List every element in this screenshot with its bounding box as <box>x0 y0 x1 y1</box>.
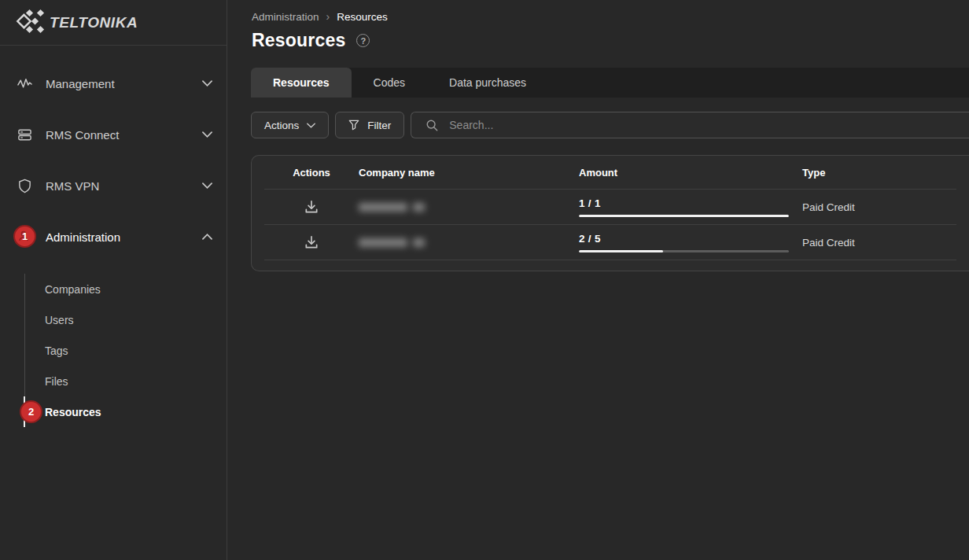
redaction-blur <box>359 238 407 247</box>
amount-cell: 1 / 1 <box>579 197 802 217</box>
sidebar-item-label: RMS VPN <box>46 179 202 193</box>
badge-count: 2 <box>28 406 34 418</box>
chevron-down-icon <box>202 131 212 138</box>
sidebar-item-label: Management <box>46 77 202 90</box>
sidebar: TELTONIKA Management <box>0 0 227 560</box>
shield-icon <box>17 179 32 193</box>
chevron-down-icon <box>202 182 212 189</box>
chevron-up-icon <box>202 234 212 240</box>
sub-item-label: Files <box>45 375 68 388</box>
sidebar-item-files[interactable]: Files <box>0 366 227 396</box>
column-header-type: Type <box>802 167 956 179</box>
redaction-blur <box>413 203 425 212</box>
type-value: Paid Credit <box>802 201 956 213</box>
page-title: Resources <box>252 30 345 51</box>
redaction-blur <box>359 203 407 212</box>
toolbar: Actions Filter <box>251 112 969 138</box>
tab-bar: Resources Codes Data purchases <box>251 68 969 98</box>
server-icon <box>17 127 32 142</box>
amount-value: 1 / 1 <box>579 197 789 209</box>
amount-progress-track <box>579 250 789 252</box>
table-row: 1 / 1 Paid Credit <box>264 190 956 225</box>
breadcrumb-current: Resources <box>337 11 388 23</box>
sidebar-item-tags[interactable]: Tags <box>0 335 227 366</box>
sidebar-item-management[interactable]: Management <box>0 69 227 98</box>
column-header-company-name: Company name <box>359 167 579 179</box>
search-box <box>411 112 969 138</box>
sidebar-item-users[interactable]: Users <box>0 304 227 335</box>
sidebar-item-resources[interactable]: 2 Resources <box>0 396 227 427</box>
company-name-redacted <box>359 203 579 212</box>
sidebar-item-companies[interactable]: Companies <box>0 274 227 304</box>
redaction-blur <box>413 238 425 247</box>
breadcrumb: Administration › Resources <box>252 10 969 23</box>
sidebar-nav: Management RMS Connect <box>0 46 227 427</box>
breadcrumb-separator-icon: › <box>326 10 330 23</box>
sidebar-item-administration[interactable]: 1 Administration <box>0 223 227 251</box>
sidebar-item-rms-connect[interactable]: RMS Connect <box>0 120 227 149</box>
app-window: TELTONIKA Management <box>0 0 969 560</box>
brand-logo[interactable]: TELTONIKA <box>0 0 227 46</box>
notification-badge: 2 <box>20 400 42 423</box>
activity-icon <box>17 76 32 91</box>
chevron-down-icon <box>202 80 212 87</box>
amount-cell: 2 / 5 <box>579 233 802 252</box>
column-header-actions: Actions <box>264 167 359 179</box>
table-row: 2 / 5 Paid Credit <box>264 225 956 260</box>
amount-progress-fill <box>579 250 663 252</box>
notification-badge: 1 <box>13 225 36 248</box>
amount-progress-fill <box>579 215 789 217</box>
administration-submenu: Companies Users Tags Files 2 Resources <box>0 274 227 427</box>
column-header-amount: Amount <box>579 167 802 179</box>
download-icon[interactable] <box>304 234 319 250</box>
sub-item-label: Users <box>45 314 74 326</box>
tab-codes[interactable]: Codes <box>352 68 427 98</box>
search-icon <box>426 119 438 131</box>
actions-button-label: Actions <box>264 120 299 131</box>
teltonika-diamonds-icon <box>16 8 46 38</box>
badge-count: 1 <box>22 230 28 242</box>
sub-item-label: Tags <box>45 344 68 357</box>
sidebar-item-label: RMS Connect <box>46 128 202 142</box>
breadcrumb-parent[interactable]: Administration <box>252 11 319 23</box>
sidebar-item-rms-vpn[interactable]: RMS VPN <box>0 171 227 200</box>
table-header-row: Actions Company name Amount Type <box>264 156 956 190</box>
amount-progress-track <box>579 215 789 217</box>
filter-funnel-icon <box>348 120 359 131</box>
filter-button[interactable]: Filter <box>335 112 404 138</box>
amount-value: 2 / 5 <box>579 233 789 245</box>
company-name-redacted <box>359 238 579 247</box>
actions-button[interactable]: Actions <box>251 112 329 138</box>
sidebar-item-label: Administration <box>46 230 202 244</box>
search-input[interactable] <box>448 118 969 132</box>
brand-name: TELTONIKA <box>50 14 138 31</box>
filter-button-label: Filter <box>367 120 391 131</box>
main-content: Administration › Resources Resources ? R… <box>227 0 969 560</box>
tab-resources[interactable]: Resources <box>251 68 352 98</box>
download-icon[interactable] <box>304 199 319 215</box>
sub-item-label: Companies <box>45 283 101 296</box>
tab-data-purchases[interactable]: Data purchases <box>427 68 548 98</box>
chevron-down-icon <box>307 123 315 128</box>
resources-table: Actions Company name Amount Type <box>251 155 969 271</box>
page-header: Resources ? <box>252 30 969 51</box>
help-icon[interactable]: ? <box>356 34 370 47</box>
sub-item-label: Resources <box>45 406 101 418</box>
type-value: Paid Credit <box>802 237 956 249</box>
